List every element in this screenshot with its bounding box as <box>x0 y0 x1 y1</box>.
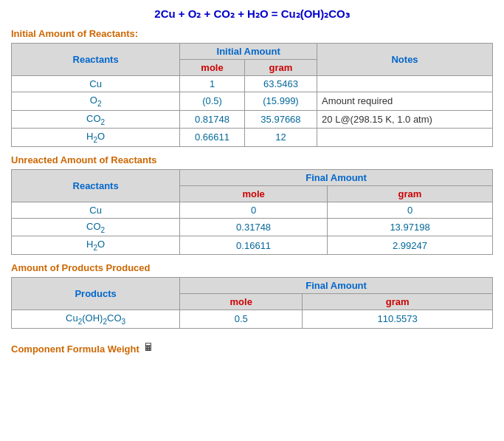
reactant-o2: O2 <box>12 92 180 111</box>
col-header-initial-amount: Initial Amount <box>180 44 317 60</box>
unreacted-cu-mole: 0 <box>180 202 328 218</box>
table-row: CO2 0.31748 13.97198 <box>12 218 493 236</box>
products-table: Products Final Amount mole gram Cu2(OH)2… <box>11 277 493 329</box>
product-mole: 0.5 <box>180 310 303 328</box>
unreacted-h2o-gram: 2.99247 <box>328 236 493 255</box>
unreacted-cu: Cu <box>12 202 180 218</box>
unreacted-co2-gram: 13.97198 <box>328 218 493 236</box>
calculator-icon: 🖩 <box>143 341 153 353</box>
unreacted-h2o: H2O <box>12 236 180 255</box>
o2-mole: (0.5) <box>180 92 245 111</box>
section3-title: Amount of Products Produced <box>11 262 493 273</box>
col-subheader-gram-2: gram <box>328 185 493 202</box>
col-header-reactants: Reactants <box>12 44 180 76</box>
cu-gram: 63.5463 <box>244 76 317 92</box>
co2-gram: 35.97668 <box>244 110 317 129</box>
product-cu2ohco3: Cu2(OH)2CO3 <box>12 310 180 328</box>
col-header-final-amount-3: Final Amount <box>180 277 493 293</box>
table-row: Cu 0 0 <box>12 202 493 218</box>
o2-gram: (15.999) <box>244 92 317 111</box>
table-row: Cu2(OH)2CO3 0.5 110.5573 <box>12 310 493 328</box>
unreacted-cu-gram: 0 <box>328 202 493 218</box>
reactant-co2: CO2 <box>12 110 180 129</box>
section2-title: Unreacted Amount of Reactants <box>11 154 493 165</box>
col-header-notes: Notes <box>317 44 493 76</box>
table-row: H2O 0.16611 2.99247 <box>12 236 493 255</box>
col-subheader-gram-3: gram <box>303 293 493 310</box>
col-header-reactants-2: Reactants <box>12 169 180 202</box>
h2o-mole: 0.66611 <box>180 129 245 147</box>
h2o-gram: 12 <box>244 129 317 147</box>
unreacted-amount-table: Reactants Final Amount mole gram Cu 0 0 … <box>11 169 493 255</box>
cu-mole: 1 <box>180 76 245 92</box>
col-header-products: Products <box>12 277 180 310</box>
table-row: O2 (0.5) (15.999) Amount required <box>12 92 493 111</box>
co2-mole: 0.81748 <box>180 110 245 129</box>
table-row: CO2 0.81748 35.97668 20 L@(298.15 K, 1.0… <box>12 110 493 129</box>
o2-notes: Amount required <box>317 92 493 111</box>
co2-notes: 20 L@(298.15 K, 1.0 atm) <box>317 110 493 129</box>
reactant-h2o: H2O <box>12 129 180 147</box>
h2o-notes <box>317 129 493 147</box>
unreacted-co2: CO2 <box>12 218 180 236</box>
initial-amount-table: Reactants Initial Amount Notes mole gram… <box>11 43 493 147</box>
section1-title: Initial Amount of Reactants: <box>11 28 493 39</box>
reactant-cu: Cu <box>12 76 180 92</box>
col-subheader-gram: gram <box>244 60 317 76</box>
table-row: Cu 1 63.5463 <box>12 76 493 92</box>
unreacted-h2o-mole: 0.16611 <box>180 236 328 255</box>
col-subheader-mole-2: mole <box>180 185 328 202</box>
product-gram: 110.5573 <box>303 310 493 328</box>
section4-title: Component Formula Weight <box>11 343 139 355</box>
unreacted-co2-mole: 0.31748 <box>180 218 328 236</box>
col-subheader-mole: mole <box>180 60 245 76</box>
table-row: H2O 0.66611 12 <box>12 129 493 147</box>
col-subheader-mole-3: mole <box>180 293 303 310</box>
cu-notes <box>317 76 493 92</box>
col-header-final-amount-2: Final Amount <box>180 169 493 185</box>
chemical-equation: 2Cu + O₂ + CO₂ + H₂O = Cu₂(OH)₂CO₃ <box>11 7 493 21</box>
